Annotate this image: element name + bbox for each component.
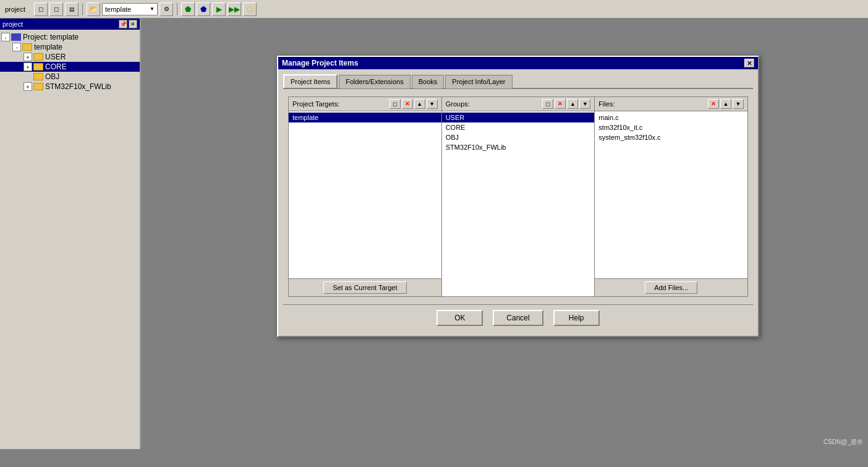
groups-new-btn[interactable]: ◻ [542, 99, 553, 109]
col-project-targets: Project Targets: ◻ ✕ ▲ [289, 97, 442, 296]
help-btn[interactable]: Help [553, 310, 600, 326]
up-icon: ▲ [417, 101, 422, 107]
delete-icon: ✕ [405, 101, 410, 107]
project-targets-btns: ◻ ✕ ▲ ▼ [389, 99, 438, 109]
new-icon: ◻ [393, 101, 397, 107]
columns-wrapper: Project Targets: ◻ ✕ ▲ [288, 96, 748, 297]
set-current-target-btn[interactable]: Set as Current Target [323, 281, 406, 294]
toolbar-area: project ◻ ◻ ▤ 📂 template ▼ ⚙ ⬟ ⬟ ▶ ▶▶ ⬡ [0, 0, 868, 19]
groups-down-btn[interactable]: ▼ [579, 99, 590, 109]
sidebar-close-btn[interactable]: ✕ [129, 20, 137, 28]
toolbar-icon-2[interactable]: ◻ [49, 2, 63, 16]
tree-item-template-label: template [34, 43, 62, 51]
files-list[interactable]: main.c stm32f10x_it.c system_stm32f10x.c [595, 111, 747, 278]
files-bottom: Add Files... [595, 278, 747, 296]
sidebar-titlebar: project 📌 ✕ [0, 19, 140, 30]
toolbar-dropdown-value: template [105, 6, 131, 13]
groups-btns: ◻ ✕ ▲ ▼ [542, 99, 590, 109]
sidebar-tree: - Project: template - template + USER + … [0, 30, 140, 449]
toolbar-icons: ◻ ◻ ▤ 📂 template ▼ ⚙ ⬟ ⬟ ▶ ▶▶ ⬡ [34, 2, 257, 16]
col-files-header: Files: ✕ ▲ ▼ [595, 97, 747, 111]
list-item-stm32-it[interactable]: stm32f10x_it.c [595, 122, 747, 132]
list-item-main-c[interactable]: main.c [595, 113, 747, 122]
tree-item-core-label: CORE [45, 62, 67, 71]
toolbar-icon-1[interactable]: ◻ [34, 2, 48, 16]
tab-project-items[interactable]: Project Items [283, 74, 338, 88]
down-group-icon: ▼ [582, 101, 588, 107]
list-item-template[interactable]: template [289, 113, 441, 122]
manage-project-dialog: Manage Project Items ✕ Project Items Fol… [277, 56, 759, 337]
toolbar-divider-1 [82, 3, 83, 15]
tab-bar: Project Items Folders/Extensions Books P… [283, 74, 753, 89]
col-project-targets-header: Project Targets: ◻ ✕ ▲ [289, 97, 441, 111]
tree-item-fwlib[interactable]: + STM32F10x_FWLib [0, 82, 140, 92]
files-label: Files: [598, 100, 615, 108]
groups-delete-btn[interactable]: ✕ [555, 99, 566, 109]
project-targets-up-btn[interactable]: ▲ [414, 99, 425, 109]
tree-item-core[interactable]: + CORE [0, 62, 140, 72]
tree-root-label: Project: template [23, 33, 79, 41]
list-item-system-stm32[interactable]: system_stm32f10x.c [595, 132, 747, 142]
dialog-body: Project Items Folders/Extensions Books P… [278, 69, 758, 336]
toolbar-dropdown[interactable]: template ▼ [102, 3, 158, 15]
project-targets-list[interactable]: template [289, 111, 441, 278]
groups-list[interactable]: USER CORE OBJ STM32F10x_FWLib [442, 111, 595, 286]
toolbar-icon-6[interactable]: ⬟ [181, 2, 195, 16]
toolbar-icon-4[interactable]: 📂 [87, 2, 100, 16]
dropdown-arrow[interactable]: ▼ [150, 6, 155, 12]
list-item-fwlib[interactable]: STM32F10x_FWLib [442, 142, 595, 152]
project-targets-down-btn[interactable]: ▼ [427, 99, 438, 109]
toolbar-icon-9[interactable]: ▶▶ [228, 2, 241, 16]
watermark: CSDN@_星年 [823, 438, 863, 447]
up-file-icon: ▲ [723, 101, 729, 107]
files-btns: ✕ ▲ ▼ [708, 99, 744, 109]
tree-item-fwlib-label: STM32F10x_FWLib [45, 82, 111, 91]
list-item-core[interactable]: CORE [442, 122, 595, 132]
sidebar-pin-btn[interactable]: 📌 [119, 20, 127, 28]
toolbar-icon-10[interactable]: ⬡ [243, 2, 257, 16]
tab-project-info-layer[interactable]: Project Info/Layer [445, 75, 512, 88]
tree-item-obj[interactable]: OBJ [0, 72, 140, 82]
new-group-icon: ◻ [546, 101, 550, 107]
col-files: Files: ✕ ▲ ▼ [595, 97, 747, 296]
toolbar-icon-5[interactable]: ⚙ [160, 2, 173, 16]
files-delete-btn[interactable]: ✕ [708, 99, 719, 109]
files-down-btn[interactable]: ▼ [733, 99, 744, 109]
toolbar-divider-2 [177, 3, 177, 15]
tree-item-user-label: USER [45, 53, 66, 61]
tree-root[interactable]: - Project: template [0, 32, 140, 42]
up-group-icon: ▲ [570, 101, 576, 107]
groups-up-btn[interactable]: ▲ [567, 99, 578, 109]
list-item-user[interactable]: USER [442, 113, 595, 122]
toolbar-icon-3[interactable]: ▤ [65, 2, 79, 16]
down-icon: ▼ [429, 101, 435, 107]
tab-folders-extensions[interactable]: Folders/Extensions [339, 75, 411, 88]
project-targets-bottom: Set as Current Target [289, 278, 441, 296]
tab-books[interactable]: Books [412, 75, 445, 88]
dialog-footer: OK Cancel Help [283, 304, 753, 331]
add-files-btn[interactable]: Add Files... [645, 281, 697, 294]
files-up-btn[interactable]: ▲ [720, 99, 731, 109]
dialog-close-btn[interactable]: ✕ [744, 59, 754, 67]
delete-group-icon: ✕ [558, 101, 563, 107]
groups-label: Groups: [446, 100, 470, 108]
cancel-btn[interactable]: Cancel [493, 310, 543, 326]
tree-item-obj-label: OBJ [45, 72, 59, 81]
toolbar-icon-7[interactable]: ⬟ [197, 2, 210, 16]
sidebar-title: project [2, 20, 23, 28]
col-groups: Groups: ◻ ✕ ▲ [442, 97, 595, 296]
dialog-title: Manage Project Items [282, 59, 358, 67]
content-area: Manage Project Items ✕ Project Items Fol… [141, 19, 868, 449]
dialog-titlebar: Manage Project Items ✕ [278, 57, 758, 69]
down-file-icon: ▼ [736, 101, 741, 107]
list-item-obj[interactable]: OBJ [442, 132, 595, 142]
project-targets-new-btn[interactable]: ◻ [389, 99, 401, 109]
project-targets-label: Project Targets: [292, 100, 339, 108]
app-label: project [5, 6, 25, 13]
ok-btn[interactable]: OK [436, 310, 483, 326]
delete-file-icon: ✕ [711, 101, 716, 107]
tree-item-user[interactable]: + USER [0, 52, 140, 62]
project-targets-delete-btn[interactable]: ✕ [402, 99, 413, 109]
toolbar-icon-8[interactable]: ▶ [212, 2, 226, 16]
tree-item-template[interactable]: - template [0, 42, 140, 52]
